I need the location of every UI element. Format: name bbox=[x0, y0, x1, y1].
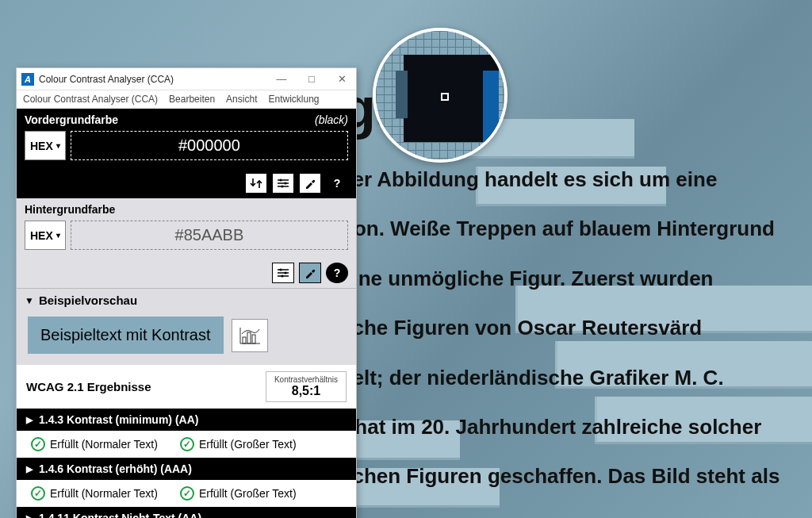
swap-colors-button[interactable] bbox=[245, 173, 267, 194]
window-title: Colour Contrast Analyser (CCA) bbox=[39, 74, 272, 85]
foreground-section: Vordergrundfarbe (black) HEX▾ bbox=[17, 109, 356, 168]
app-icon: A bbox=[21, 73, 34, 86]
background-color-input[interactable] bbox=[71, 221, 348, 250]
menubar: Colour Contrast Analyser (CCA) Bearbeite… bbox=[17, 90, 356, 109]
bg-line: kelt; der niederländische Grafiker M. C. bbox=[341, 353, 796, 402]
results-section: WCAG 2.1 Ergebnisse Kontrastverhältnis 8… bbox=[17, 365, 356, 518]
svg-point-5 bbox=[281, 274, 283, 277]
bg-line: tion. Weiße Treppen auf blauem Hintergru… bbox=[341, 204, 796, 253]
foreground-color-name: (black) bbox=[315, 113, 348, 126]
ratio-value: 8,5:1 bbox=[274, 384, 338, 398]
cca-window: A Colour Contrast Analyser (CCA) — □ ✕ C… bbox=[16, 67, 357, 518]
triangle-right-icon: ▶ bbox=[26, 513, 33, 519]
chevron-down-icon: ▾ bbox=[56, 141, 60, 150]
results-title: WCAG 2.1 Ergebnisse bbox=[26, 380, 151, 393]
criterion-1-4-3[interactable]: ▶ 1.4.3 Kontrast (minimum) (AA) bbox=[17, 409, 356, 431]
bg-line: lichen Figuren geschaffen. Das Bild steh… bbox=[341, 451, 796, 501]
check-icon: ✓ bbox=[31, 486, 45, 501]
preview-toggle[interactable]: ▼ Beispielvorschau bbox=[17, 289, 356, 312]
preview-header-label: Beispielvorschau bbox=[39, 294, 137, 307]
criterion-title: 1.4.6 Kontrast (erhöht) (AAA) bbox=[39, 462, 192, 475]
criterion-1-4-11[interactable]: ▶ 1.4.11 Kontrast Nicht-Text (AA) bbox=[17, 507, 356, 518]
foreground-label: Vordergrundfarbe bbox=[25, 113, 118, 126]
background-sliders-button[interactable] bbox=[272, 263, 294, 283]
result-pass: ✓Erfüllt (Großer Text) bbox=[180, 437, 297, 451]
foreground-sliders-button[interactable] bbox=[272, 173, 294, 194]
triangle-right-icon: ▶ bbox=[26, 415, 33, 425]
result-pass: ✓Erfüllt (Normaler Text) bbox=[31, 437, 158, 451]
menu-view[interactable]: Ansicht bbox=[226, 94, 257, 105]
check-icon: ✓ bbox=[180, 486, 194, 501]
menu-edit[interactable]: Bearbeiten bbox=[169, 94, 215, 105]
format-label: HEX bbox=[30, 140, 53, 152]
contrast-ratio-box: Kontrastverhältnis 8,5:1 bbox=[266, 371, 347, 402]
triangle-right-icon: ▶ bbox=[26, 464, 33, 474]
bg-line: liche Figuren von Oscar Reutersvärd bbox=[341, 303, 796, 352]
chevron-down-icon: ▾ bbox=[56, 231, 60, 240]
check-icon: ✓ bbox=[31, 437, 45, 451]
svg-rect-8 bbox=[252, 335, 255, 343]
bg-line: lbild für einen nicht barrierefreien Zug… bbox=[341, 501, 796, 518]
svg-point-1 bbox=[284, 182, 286, 184]
svg-point-2 bbox=[281, 185, 283, 187]
background-paragraph: ser Abbildung handelt es sich um eine ti… bbox=[341, 155, 796, 518]
result-pass: ✓Erfüllt (Normaler Text) bbox=[31, 486, 158, 501]
bg-line: ser Abbildung handelt es sich um eine bbox=[341, 155, 796, 204]
bg-line: eine unmögliche Figur. Zuerst wurden bbox=[341, 254, 796, 303]
svg-rect-7 bbox=[247, 332, 251, 343]
criterion-title: 1.4.11 Kontrast Nicht-Text (AA) bbox=[39, 512, 201, 518]
format-label: HEX bbox=[30, 229, 53, 242]
minimize-button[interactable]: — bbox=[272, 73, 291, 85]
background-label: Hintergrundfarbe bbox=[25, 203, 115, 216]
svg-point-4 bbox=[284, 271, 286, 274]
foreground-color-input[interactable] bbox=[71, 131, 348, 160]
preview-text-sample: Beispieltext mit Kontrast bbox=[28, 317, 224, 354]
preview-chart-button[interactable] bbox=[232, 319, 268, 352]
background-eyedropper-button[interactable] bbox=[299, 263, 321, 283]
foreground-format-select[interactable]: HEX▾ bbox=[25, 131, 66, 160]
foreground-help-button[interactable]: ? bbox=[326, 173, 348, 194]
color-picker-magnifier bbox=[373, 28, 508, 163]
background-section: Hintergrundfarbe HEX▾ bbox=[17, 198, 356, 258]
result-pass: ✓Erfüllt (Großer Text) bbox=[180, 486, 297, 501]
background-format-select[interactable]: HEX▾ bbox=[25, 221, 66, 250]
foreground-tools: ? bbox=[17, 168, 356, 198]
close-button[interactable]: ✕ bbox=[332, 73, 351, 85]
titlebar[interactable]: A Colour Contrast Analyser (CCA) — □ ✕ bbox=[17, 68, 356, 90]
criterion-1-4-6[interactable]: ▶ 1.4.6 Kontrast (erhöht) (AAA) bbox=[17, 458, 356, 480]
maximize-button[interactable]: □ bbox=[302, 73, 321, 85]
background-help-button[interactable]: ? bbox=[326, 263, 348, 283]
preview-section: ▼ Beispielvorschau Beispieltext mit Kont… bbox=[17, 288, 356, 365]
bg-line: r hat im 20. Jahrhundert zahlreiche solc… bbox=[341, 402, 796, 451]
menu-app[interactable]: Colour Contrast Analyser (CCA) bbox=[23, 94, 158, 105]
menu-dev[interactable]: Entwicklung bbox=[268, 94, 319, 105]
svg-point-3 bbox=[279, 268, 282, 271]
caret-down-icon: ▼ bbox=[25, 295, 34, 306]
ratio-label: Kontrastverhältnis bbox=[274, 375, 338, 384]
svg-rect-6 bbox=[243, 337, 246, 343]
check-icon: ✓ bbox=[180, 437, 194, 451]
background-tools: ? bbox=[17, 258, 356, 288]
criterion-title: 1.4.3 Kontrast (minimum) (AA) bbox=[39, 413, 198, 426]
svg-point-0 bbox=[279, 178, 282, 181]
foreground-eyedropper-button[interactable] bbox=[299, 173, 321, 194]
magnifier-cursor bbox=[441, 93, 449, 101]
